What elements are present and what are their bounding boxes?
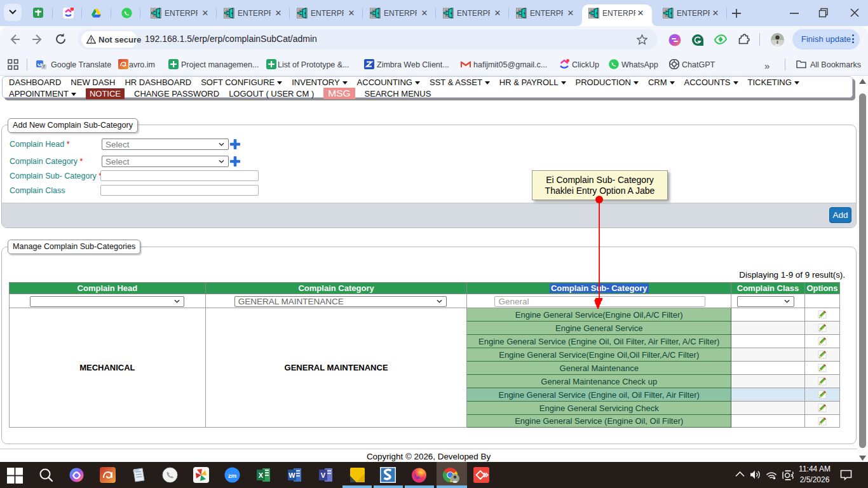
svg-text:zm: zm: [228, 472, 236, 479]
svg-text:W: W: [288, 471, 295, 479]
svg-text:V: V: [321, 471, 326, 479]
svg-text:X: X: [259, 471, 264, 479]
